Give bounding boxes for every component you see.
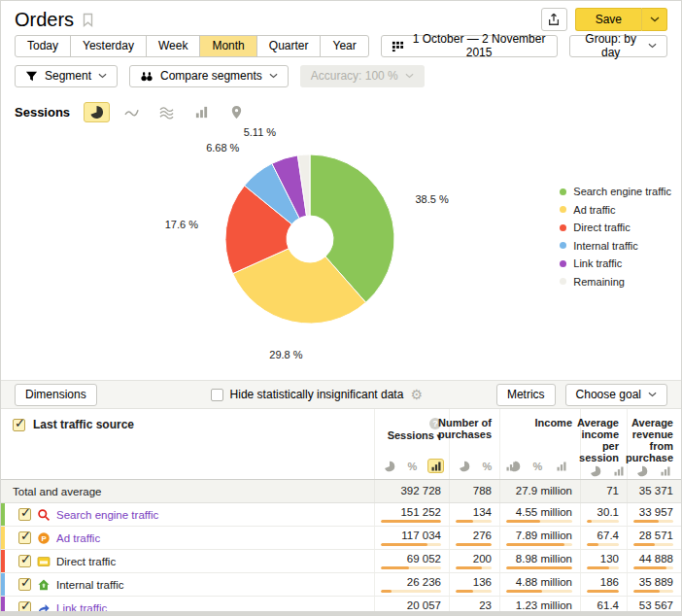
row-label-cell: PAd traffic — [1, 527, 374, 549]
cell-value: 4.55 million — [499, 503, 580, 526]
metrics-button[interactable]: Metrics — [496, 384, 556, 406]
pie-view-icon[interactable] — [456, 459, 472, 473]
export-button[interactable] — [541, 8, 567, 31]
row-color-stripe — [1, 527, 5, 549]
column-sort-label[interactable]: Number of purchases — [438, 417, 492, 440]
total-value: 27.9 million — [499, 480, 580, 502]
row-label-cell: Direct traffic — [1, 550, 374, 572]
pie-view-icon[interactable] — [506, 459, 523, 473]
table-row-ad-traffic: PAd traffic117 0342767.89 million67.428 … — [1, 527, 681, 550]
column-sort-label[interactable]: Income — [534, 417, 572, 428]
row-checkbox[interactable] — [18, 578, 31, 591]
dimension-header-cell: Last traffic source — [1, 409, 374, 479]
line-chart-icon[interactable] — [119, 102, 145, 122]
bars-view-icon[interactable] — [610, 463, 627, 478]
column-sort-label[interactable]: Average income per session — [577, 417, 619, 463]
legend-item-link-traffic[interactable]: Link traffic — [560, 255, 671, 273]
dimension-checkbox[interactable] — [13, 419, 25, 431]
row-checkbox[interactable] — [18, 508, 31, 521]
value-bar — [587, 590, 619, 593]
row-label[interactable]: Search engine traffic — [56, 509, 158, 521]
cell-value: 35 889 — [627, 573, 681, 596]
hide-insignificant-checkbox[interactable] — [211, 389, 223, 401]
row-label[interactable]: Ad traffic — [56, 532, 100, 544]
accuracy-control: Accuracy: 100 % — [300, 65, 425, 87]
period-tab-year[interactable]: Year — [320, 35, 368, 57]
controls-row: TodayYesterdayWeekMonthQuarterYear 1 Oct… — [1, 34, 681, 57]
column-label: Average revenue from purchase — [626, 417, 673, 463]
total-value: 35 371 — [627, 480, 681, 502]
column-view-switcher — [587, 463, 627, 478]
hide-insignificant-label: Hide statistically insignificant data — [230, 388, 404, 401]
bars-view-icon[interactable] — [657, 463, 673, 478]
group-by-button[interactable]: Group: by day — [569, 35, 667, 57]
cell-value: 117 034 — [374, 527, 449, 549]
date-range-button[interactable]: 1 October — 2 November 2015 — [381, 35, 559, 57]
compare-segments-button[interactable]: Compare segments — [129, 65, 289, 87]
legend-item-ad-traffic[interactable]: Ad traffic — [560, 201, 671, 220]
bars-chart-icon[interactable] — [188, 102, 215, 122]
value-bar — [587, 520, 619, 523]
dimensions-button[interactable]: Dimensions — [15, 384, 97, 406]
pie-view-icon[interactable] — [633, 463, 650, 478]
segment-row: Segment Compare segments Accuracy: 100 % — [1, 64, 681, 87]
cell-value: 26 236 — [374, 573, 449, 596]
pie-view-icon[interactable] — [587, 463, 603, 478]
value-bar — [587, 543, 619, 546]
total-value: 392 728 — [374, 480, 449, 502]
total-row: Total and average392 72878827.9 million7… — [1, 480, 681, 503]
row-checkbox[interactable] — [18, 531, 31, 544]
pie-view-icon[interactable] — [381, 459, 397, 473]
row-color-stripe — [1, 503, 5, 526]
bars-view-icon[interactable] — [553, 459, 569, 473]
choose-goal-button[interactable]: Choose goal — [565, 384, 667, 406]
column-label: Sessions — [388, 429, 434, 441]
bookmark-icon[interactable] — [82, 13, 94, 27]
percent-view-icon[interactable]: % — [404, 459, 421, 473]
title-row: Orders Save — [1, 1, 681, 32]
column-label: Number of purchases — [438, 417, 492, 440]
row-checkbox[interactable] — [18, 555, 31, 567]
save-button[interactable]: Save — [575, 8, 641, 31]
legend-item-internal-traffic[interactable]: Internal traffic — [560, 237, 671, 256]
save-dropdown-button[interactable] — [641, 8, 667, 31]
column-view-switcher: % — [381, 459, 444, 473]
segment-button[interactable]: Segment — [15, 65, 118, 87]
chevron-down-icon — [269, 73, 278, 79]
cell-value: 4.88 million — [499, 573, 580, 596]
funnel-icon — [25, 70, 38, 83]
pie-chart-area: 38.5 %29.8 %17.6 %6.68 %5.11 % Search en… — [1, 126, 681, 371]
column-header-average-revenue-from-purchase: Average revenue from purchase — [627, 409, 681, 479]
legend-item-remaining[interactable]: Remaining — [560, 273, 671, 291]
period-tab-yesterday[interactable]: Yesterday — [70, 35, 147, 57]
column-label: Average income per session — [577, 417, 619, 463]
row-label: Internal traffic — [56, 579, 123, 591]
period-tab-quarter[interactable]: Quarter — [256, 35, 322, 57]
stacked-area-chart-icon[interactable] — [153, 102, 180, 122]
value-bar — [633, 590, 673, 593]
row-label: Direct traffic — [56, 556, 116, 567]
map-chart-icon[interactable] — [223, 102, 250, 122]
column-sort-label[interactable]: ? Sessions ▾ — [381, 417, 441, 442]
period-tab-week[interactable]: Week — [146, 35, 200, 57]
period-tab-today[interactable]: Today — [15, 35, 71, 57]
value-bar — [506, 543, 572, 546]
period-tab-month[interactable]: Month — [199, 35, 256, 57]
legend-label: Direct traffic — [573, 222, 630, 233]
legend-label: Search engine traffic — [573, 186, 671, 197]
gear-icon[interactable]: ⚙ — [410, 388, 423, 401]
percent-view-icon[interactable]: % — [479, 459, 495, 473]
pie-chart-icon[interactable] — [84, 102, 110, 122]
percent-view-icon[interactable]: % — [529, 459, 546, 473]
value-bar — [381, 543, 441, 546]
bars-view-icon[interactable] — [427, 459, 444, 473]
legend-item-direct-traffic[interactable]: Direct traffic — [560, 219, 671, 237]
orders-report-page: Orders Save TodayYesterdayWeekMonthQuart… — [0, 0, 682, 616]
value-bar — [381, 590, 441, 593]
legend-item-search-engine-traffic[interactable]: Search engine traffic — [560, 183, 671, 201]
value-bar — [456, 543, 492, 546]
legend-label: Ad traffic — [573, 204, 615, 216]
column-sort-label[interactable]: Average revenue from purchase — [626, 417, 673, 463]
value-bar — [456, 566, 492, 569]
legend-label: Remaining — [573, 276, 625, 288]
